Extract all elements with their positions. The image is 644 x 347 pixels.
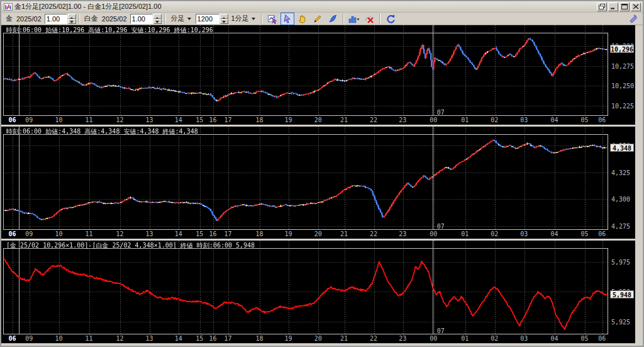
bar-type-dropdown[interactable]: 分足 [169, 13, 193, 24]
platinum-price-axis[interactable]: 4,348 4,2754,3004,3254,350 [609, 127, 635, 239]
annotation-tool-button[interactable] [326, 13, 340, 25]
chevron-down-icon [252, 18, 255, 22]
spread-time-axis[interactable]: 0609101112131415161718192021222300010203… [3, 335, 609, 343]
toolbar-separator [379, 14, 380, 24]
platinum-multiplier-spinner[interactable] [153, 14, 162, 24]
chart-type-menu-button[interactable] [347, 13, 361, 25]
spinner-down-icon[interactable] [220, 19, 228, 24]
time-tick-label: 05 [580, 335, 588, 342]
time-tick-label: 15 [196, 230, 203, 237]
time-tick-label: 16 [209, 230, 216, 237]
spread-last-price: 5,948 [610, 290, 634, 299]
interval-dropdown[interactable]: 1分足 [230, 13, 257, 24]
quill-pen-icon [328, 14, 338, 24]
time-tick-label: 22 [370, 335, 377, 342]
time-tick-label: 18 [255, 230, 263, 237]
time-tick-label: 12 [116, 230, 123, 237]
platinum-multiplier-input[interactable] [130, 14, 153, 24]
app-window: 金1分足[2025/02]1.00 - 白金1分足[2025/02]1.00 金… [0, 0, 644, 347]
time-tick-label: 05 [580, 230, 588, 237]
time-tick-label: 03 [520, 230, 528, 237]
gold-candles-canvas[interactable] [3, 25, 609, 117]
time-tick-label: 03 [520, 335, 528, 342]
spread-line-canvas[interactable] [3, 241, 609, 335]
interval-label: 1分足 [231, 14, 249, 23]
wrench-icon [628, 14, 638, 24]
time-tick-label: 04 [550, 335, 558, 342]
time-tick-label: 06 [8, 230, 16, 237]
spinner-up-icon[interactable] [153, 14, 162, 19]
time-tick-label: 14 [175, 117, 182, 123]
maximize-button[interactable] [619, 3, 630, 11]
time-tick-label: 19 [285, 335, 292, 342]
time-tick-label: 23 [399, 230, 406, 237]
bar-type-label: 分足 [171, 14, 185, 23]
time-tick-label: 06 [598, 117, 606, 123]
refresh-button[interactable] [384, 13, 397, 25]
spread-price-axis[interactable]: 5,948 5,9255,9505,975 [609, 241, 635, 343]
spinner-down-icon[interactable] [153, 19, 162, 24]
gold-date-label: 07 [437, 109, 445, 116]
time-tick-label: 20 [314, 335, 322, 342]
time-tick-label: 15 [196, 335, 203, 342]
time-tick-label: 10 [55, 230, 62, 237]
bar-count-spinner[interactable] [220, 14, 228, 24]
minimize-button[interactable] [608, 3, 618, 11]
time-tick-label: 13 [146, 230, 153, 237]
chart-cursor-icon [267, 14, 277, 24]
price-tick-label: 5,975 [611, 259, 630, 266]
gold-ohlc-readout: 時刻:06:00 始値:10,296 高値:10,296 安値:10,296 終… [6, 26, 213, 35]
gold-multiplier-input[interactable] [45, 14, 67, 24]
gold-time-axis[interactable]: 0609101112131415161718192021222300010203… [3, 117, 609, 125]
time-tick-label: 22 [370, 117, 377, 123]
time-tick-label: 20 [314, 230, 322, 237]
gold-price-axis[interactable]: 10,296 10,22510,25010,27510,300 [609, 25, 635, 125]
time-tick-label: 09 [25, 117, 33, 123]
chart-cursor-tool-button[interactable] [265, 13, 279, 25]
pencil-icon [313, 14, 323, 24]
time-tick-label: 21 [340, 335, 348, 342]
pan-tool-button[interactable] [296, 13, 309, 25]
spinner-up-icon[interactable] [68, 14, 76, 19]
toolbar-separator [164, 14, 165, 24]
time-tick-label: 21 [340, 117, 348, 123]
time-tick-label: 13 [146, 117, 153, 123]
time-tick-label: 19 [285, 117, 292, 123]
time-tick-label: 12 [116, 117, 123, 123]
price-tick-label: 10,225 [611, 103, 634, 110]
platinum-last-price: 4,348 [610, 144, 634, 152]
cascade-window-button[interactable] [597, 3, 607, 11]
time-tick-label: 01 [461, 230, 469, 237]
toolbar-separator [79, 14, 80, 24]
time-tick-label: 23 [399, 117, 406, 123]
gold-multiplier-spinner[interactable] [68, 14, 76, 24]
time-tick-label: 00 [430, 117, 437, 123]
time-tick-label: 20 [314, 117, 322, 123]
spinner-down-icon[interactable] [68, 19, 76, 24]
bar-count-input[interactable] [196, 14, 219, 24]
pointer-arrow-icon [282, 14, 292, 24]
time-tick-label: 04 [550, 117, 558, 123]
bar-chart-icon [348, 14, 360, 24]
close-button[interactable] [631, 3, 641, 11]
time-tick-label: 00 [430, 230, 437, 237]
settings-button[interactable] [626, 13, 640, 25]
time-tick-label: 10 [55, 335, 62, 342]
spread-date-label: 07 [437, 327, 445, 334]
delete-chart-button[interactable] [362, 13, 376, 25]
spinner-up-icon[interactable] [220, 14, 228, 19]
platinum-candles-canvas[interactable] [3, 127, 609, 230]
time-tick-label: 02 [491, 335, 498, 342]
spread-formula-readout: [金 25/02 10,296×1.00]-[白金 25/02 4,348×1.… [6, 241, 255, 250]
spread-chart-panel: [金 25/02 10,296×1.00]-[白金 25/02 4,348×1.… [1, 241, 635, 343]
draw-line-tool-button[interactable] [311, 13, 325, 25]
platinum-time-axis[interactable]: 0609101112131415161718192021222300010203… [3, 230, 609, 239]
time-tick-label: 10 [55, 117, 62, 123]
time-tick-label: 06 [8, 117, 16, 123]
time-tick-label: 17 [224, 335, 231, 342]
select-tool-button[interactable] [280, 13, 294, 25]
price-tick-label: 4,300 [611, 196, 630, 203]
platinum-contract-label: 2025/02 [102, 15, 127, 23]
time-tick-label: 11 [85, 230, 92, 237]
time-tick-label: 02 [491, 117, 498, 123]
